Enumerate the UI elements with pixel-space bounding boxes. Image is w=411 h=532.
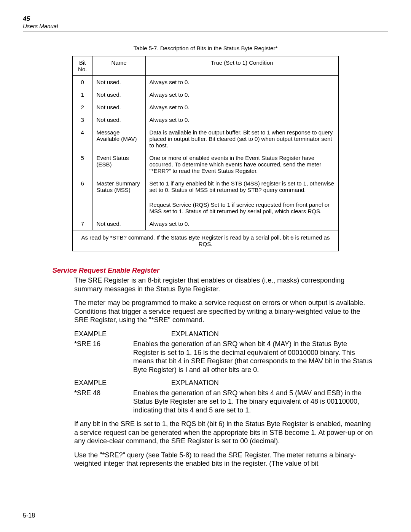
cell-bit: 2 [73, 101, 92, 113]
example-header-row: EXAMPLE EXPLANATION [74, 330, 373, 339]
explanation-label: EXPLANATION [133, 379, 373, 387]
table-row: 7 Not used. Always set to 0. [73, 217, 339, 230]
cell-name: Master Summary Status (MSS) [92, 177, 145, 196]
header: 45 Users Manual [23, 15, 388, 29]
bits-table: Bit No. Name True (Set to 1) Condition 0… [72, 56, 339, 251]
example-label: EXAMPLE [74, 379, 133, 387]
paragraph: The meter may be programmed to make a se… [74, 299, 373, 324]
table-footnote-row: As read by *STB? command. If the Status … [73, 230, 339, 251]
cell-name: Not used. [92, 217, 145, 230]
example-label: EXAMPLE [74, 330, 133, 339]
paragraph: If any bit in the SRE is set to 1, the R… [74, 420, 373, 446]
example-explanation: Enables the generation of an SRQ when bi… [133, 389, 373, 415]
cell-name: Message Available (MAV) [92, 126, 145, 152]
table-row: Request Service (RQS) Set to 1 if servic… [73, 196, 339, 217]
example-explanation: Enables the generation of an SRQ when bi… [133, 340, 373, 374]
table-row: 5 Event Status (ESB) One or more of enab… [73, 152, 339, 177]
cell-cond: Request Service (RQS) Set to 1 if servic… [145, 196, 339, 217]
cell-bit: 0 [73, 76, 92, 89]
paragraph: The SRE Register is an 8-bit register th… [74, 276, 373, 293]
cell-bit [73, 196, 92, 217]
footer-page-number: 5-18 [23, 512, 35, 519]
table-row: 1 Not used. Always set to 0. [73, 88, 339, 101]
paragraph: Use the "*SRE?" query (see Table 5-8) to… [74, 451, 373, 468]
cell-name: Not used. [92, 101, 145, 113]
cell-cond: Always set to 0. [145, 101, 339, 113]
cell-name: Event Status (ESB) [92, 152, 145, 177]
table-caption: Table 5-7. Description of Bits in the St… [23, 45, 388, 51]
header-manual-name: Users Manual [23, 23, 388, 29]
table-footnote: As read by *STB? command. If the Status … [73, 230, 339, 251]
cell-name: Not used. [92, 76, 145, 89]
explanation-label: EXPLANATION [133, 330, 373, 339]
cell-cond: Always set to 0. [145, 113, 339, 126]
example-command: *SRE 48 [74, 389, 133, 415]
cell-bit: 3 [73, 113, 92, 126]
col-header-name: Name [92, 56, 145, 76]
table-row: 3 Not used. Always set to 0. [73, 113, 339, 126]
cell-bit: 7 [73, 217, 92, 230]
table-row: 2 Not used. Always set to 0. [73, 101, 339, 113]
cell-cond: Data is available in the output buffer. … [145, 126, 339, 152]
section-title: Service Request Enable Register [53, 267, 388, 275]
table-row: 0 Not used. Always set to 0. [73, 76, 339, 89]
cell-cond: Always set to 0. [145, 217, 339, 230]
example-row: *SRE 16 Enables the generation of an SRQ… [74, 340, 373, 374]
col-header-condition: True (Set to 1) Condition [145, 56, 339, 76]
cell-name: Not used. [92, 88, 145, 101]
header-page-number: 45 [23, 15, 388, 23]
cell-cond: Always set to 0. [145, 76, 339, 89]
cell-cond: Set to 1 if any enabled bit in the STB (… [145, 177, 339, 196]
example-header-row: EXAMPLE EXPLANATION [74, 379, 373, 387]
page: 45 Users Manual Table 5-7. Description o… [0, 0, 411, 532]
cell-cond: Always set to 0. [145, 88, 339, 101]
table-row: 6 Master Summary Status (MSS) Set to 1 i… [73, 177, 339, 196]
cell-cond: One or more of enabled events in the Eve… [145, 152, 339, 177]
example-command: *SRE 16 [74, 340, 133, 374]
cell-bit: 6 [73, 177, 92, 196]
example-row: *SRE 48 Enables the generation of an SRQ… [74, 389, 373, 415]
header-rule [23, 32, 388, 32]
cell-bit: 5 [73, 152, 92, 177]
cell-bit: 4 [73, 126, 92, 152]
table-header-row: Bit No. Name True (Set to 1) Condition [73, 56, 339, 76]
cell-bit: 1 [73, 88, 92, 101]
table-row: 4 Message Available (MAV) Data is availa… [73, 126, 339, 152]
cell-name [92, 196, 145, 217]
cell-name: Not used. [92, 113, 145, 126]
col-header-bit: Bit No. [73, 56, 92, 76]
